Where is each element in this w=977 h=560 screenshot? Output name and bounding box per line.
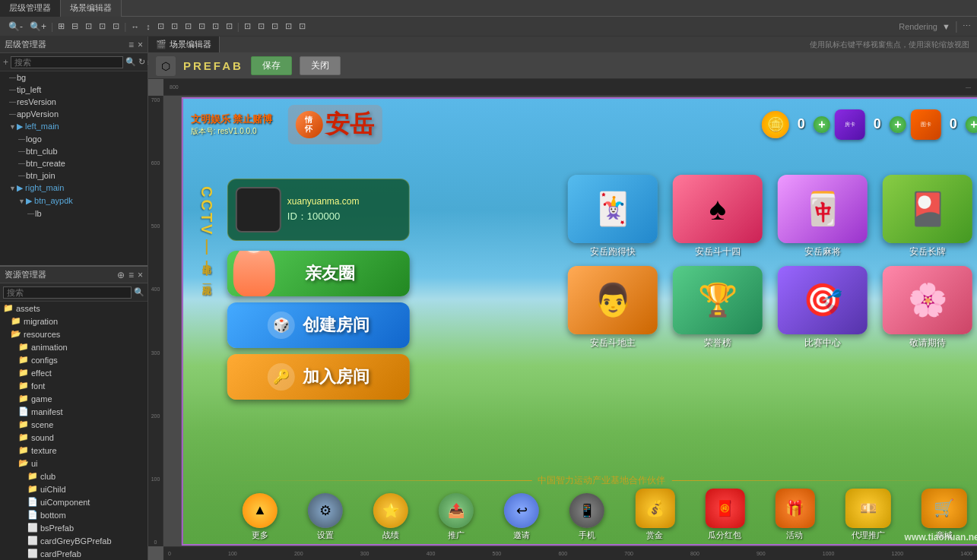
tree-item-appv[interactable]: — appVersion	[0, 108, 148, 120]
res-item-bsprefab[interactable]: ⬜ bsPrefab	[0, 521, 148, 534]
add-coin-btn-1[interactable]: +	[814, 116, 830, 133]
tree-label-logo: logo	[26, 134, 42, 144]
game-item-8[interactable]: 🌸 敬请期待	[879, 266, 976, 350]
res-close-icon[interactable]: ×	[138, 270, 143, 280]
tool-btn-7[interactable]: ↕	[144, 22, 153, 31]
zoom-out-btn[interactable]: 🔍-	[6, 21, 25, 32]
res-search-btn[interactable]: 🔍	[134, 287, 144, 297]
tool-btn-13[interactable]: ⊡	[224, 21, 235, 31]
tool-btn-4[interactable]: ⊡	[97, 21, 108, 31]
game-item-2[interactable]: ♠ 安岳斗十四	[669, 175, 766, 258]
nav-redpack[interactable]: 🧧 瓜分红包	[705, 489, 744, 541]
res-item-club[interactable]: 📁 club	[0, 470, 148, 482]
tree-item-rightmain[interactable]: ▼ ▶ right_main	[0, 182, 148, 195]
layer-refresh-btn[interactable]: ↻	[138, 57, 145, 67]
add-coin-btn-3[interactable]: +	[966, 116, 977, 133]
scene-tab[interactable]: 🎬 场景编辑器	[148, 36, 220, 52]
btn-create[interactable]: 🎲 创建房间	[227, 302, 410, 348]
tool-btn-5[interactable]: ⊡	[110, 21, 122, 31]
res-item-migration[interactable]: 📁 migration	[0, 315, 148, 327]
tool-btn-15[interactable]: ⊡	[255, 21, 267, 31]
res-item-uichild[interactable]: 📁 uiChild	[0, 482, 148, 495]
tool-btn-16[interactable]: ⊡	[269, 21, 281, 31]
tree-item-resv[interactable]: — resVersion	[0, 96, 148, 108]
tool-btn-8[interactable]: ⊡	[155, 21, 167, 31]
game-item-4[interactable]: 🎴 安岳长牌	[879, 175, 976, 258]
res-create-icon[interactable]: ⊕	[117, 270, 125, 280]
tool-btn-3[interactable]: ⊡	[83, 21, 94, 31]
btn-join-icon: 🔑	[268, 363, 295, 391]
xs-900: 900	[757, 551, 766, 556]
res-item-ui[interactable]: 📂 ui	[0, 457, 148, 470]
tool-btn-9[interactable]: ⊡	[169, 21, 180, 31]
nav-share[interactable]: 📤 推广	[439, 493, 474, 541]
nav-activity[interactable]: 🎁 活动	[775, 489, 814, 541]
nav-reward[interactable]: 💰 赏金	[635, 489, 674, 541]
zoom-in-btn[interactable]: 🔍+	[27, 21, 49, 32]
layer-panel-icon2[interactable]: ×	[138, 40, 143, 50]
rendering-dropdown[interactable]: ▼	[942, 22, 950, 31]
res-item-sound[interactable]: 📁 sound	[0, 431, 148, 444]
tree-item-tip[interactable]: — tip_left	[0, 84, 148, 96]
tool-btn-12[interactable]: ⊡	[210, 21, 221, 31]
res-item-bottom[interactable]: 📄 bottom	[0, 508, 148, 521]
close-button[interactable]: 关闭	[300, 56, 341, 75]
game-item-3[interactable]: 🀄 安岳麻将	[774, 175, 871, 258]
res-folder-font: 📁	[18, 381, 29, 391]
nav-phone[interactable]: 📱 手机	[569, 493, 604, 541]
nav-settings[interactable]: ⚙ 设置	[308, 493, 343, 541]
res-item-texture[interactable]: 📁 texture	[0, 444, 148, 457]
res-item-game[interactable]: 📁 game	[0, 392, 148, 405]
tree-leaf-tip: —	[9, 86, 17, 93]
res-item-card[interactable]: ⬜ cardPrefab	[0, 547, 148, 560]
add-coin-btn-2[interactable]: +	[890, 116, 906, 133]
tree-item-bg[interactable]: — bg	[0, 71, 148, 84]
res-item-scene[interactable]: 📁 scene	[0, 418, 148, 431]
nav-achievements[interactable]: ⭐ 战绩	[373, 493, 408, 541]
res-item-animation[interactable]: 📁 animation	[0, 340, 148, 353]
layer-add-icon[interactable]: +	[3, 57, 8, 68]
layer-panel-icon1[interactable]: ≡	[128, 40, 134, 50]
tree-item-btnaypdk[interactable]: ▼ ▶ btn_aypdk	[0, 195, 148, 207]
res-item-resources[interactable]: 📂 resources	[0, 327, 148, 340]
tool-btn-6[interactable]: ↔	[128, 22, 141, 31]
tree-item-logo[interactable]: — logo	[0, 133, 148, 145]
btn-join[interactable]: 🔑 加入房间	[227, 354, 410, 400]
res-item-cardgrey[interactable]: ⬜ cardGreyBGPrefab	[0, 534, 148, 547]
rendering-more[interactable]: ⋯	[963, 21, 971, 31]
save-button[interactable]: 保存	[251, 56, 292, 75]
game-item-7[interactable]: 🎯 比赛中心	[774, 266, 871, 350]
tree-item-btnjoin[interactable]: — btn_join	[0, 169, 148, 182]
tool-btn-11[interactable]: ⊡	[196, 21, 208, 31]
tree-item-btncreate[interactable]: — btn_create	[0, 157, 148, 169]
tree-label-lb: lb	[35, 209, 42, 218]
game-item-1[interactable]: 🃏 安岳跑得快	[564, 175, 661, 258]
res-item-manifest[interactable]: 📄 manifest	[0, 405, 148, 418]
tool-btn-1[interactable]: ⊞	[56, 21, 67, 31]
tree-item-btnclub[interactable]: — btn_club	[0, 145, 148, 157]
btn-friend[interactable]: 亲友圈	[227, 251, 410, 296]
tree-item-lb[interactable]: — lb	[0, 207, 148, 220]
layer-search-btn[interactable]: 🔍	[125, 57, 136, 67]
res-search-input[interactable]	[3, 286, 132, 299]
nav-invite[interactable]: ↩ 邀请	[504, 493, 539, 541]
res-item-configs[interactable]: 📁 configs	[0, 353, 148, 366]
game-item-6[interactable]: 🏆 荣誉榜	[669, 266, 766, 350]
tool-btn-10[interactable]: ⊡	[182, 21, 194, 31]
tool-btn-14[interactable]: ⊡	[242, 21, 253, 31]
game-item-5[interactable]: 👨 安岳斗地主	[564, 266, 661, 350]
res-item-uicomponent[interactable]: 📄 uiComponent	[0, 495, 148, 508]
tree-leaf-lb: —	[27, 210, 35, 217]
res-item-assets[interactable]: 📁 assets	[0, 302, 148, 315]
nav-agent[interactable]: 💴 代理推广	[845, 489, 891, 541]
tree-item-leftmain[interactable]: ▼ ▶ left_main	[0, 120, 148, 133]
layer-search-input[interactable]	[11, 56, 123, 68]
res-list-icon[interactable]: ≡	[128, 270, 134, 280]
tool-btn-2[interactable]: ⊟	[69, 21, 81, 31]
nav-more[interactable]: ▲ 更多	[243, 493, 278, 541]
game-name-7: 比赛中心	[804, 337, 841, 350]
tool-btn-18[interactable]: ⊡	[297, 21, 308, 31]
res-item-font[interactable]: 📁 font	[0, 379, 148, 392]
tool-btn-17[interactable]: ⊡	[283, 21, 294, 31]
res-item-effect[interactable]: 📁 effect	[0, 366, 148, 379]
